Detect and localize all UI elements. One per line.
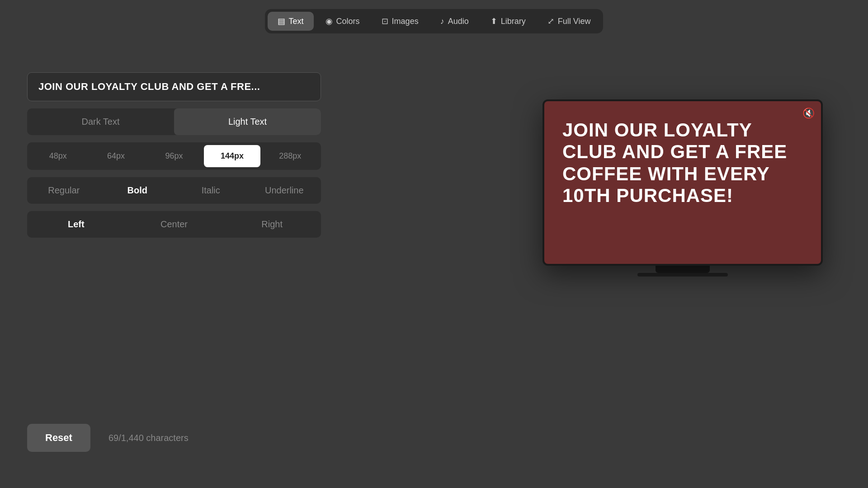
alignment-row: Left Center Right: [27, 211, 321, 238]
tab-text-label: Text: [289, 17, 304, 26]
library-icon: ⬆: [491, 16, 497, 26]
tv-preview: 🔇 JOIN OUR LOYALTY CLUB AND GET A FREE C…: [542, 99, 823, 277]
tab-library-label: Library: [501, 17, 526, 26]
tab-audio[interactable]: ♪ Audio: [430, 12, 479, 31]
align-center-btn[interactable]: Center: [125, 211, 223, 238]
style-underline-btn[interactable]: Underline: [248, 177, 321, 204]
reset-button[interactable]: Reset: [27, 424, 90, 452]
light-text-btn[interactable]: Light Text: [174, 108, 321, 135]
audio-icon: ♪: [440, 17, 444, 26]
size-288px-btn[interactable]: 288px: [262, 145, 318, 167]
tab-library[interactable]: ⬆ Library: [481, 12, 536, 31]
text-style-row: Regular Bold Italic Underline: [27, 177, 321, 204]
tv-base: [637, 273, 728, 277]
dark-text-btn[interactable]: Dark Text: [27, 108, 174, 135]
tv-stand: [656, 266, 710, 273]
style-italic-btn[interactable]: Italic: [174, 177, 248, 204]
tab-audio-label: Audio: [448, 17, 469, 26]
tab-fullview[interactable]: ⤢ Full View: [538, 12, 601, 31]
text-icon: ▤: [278, 16, 285, 26]
size-64px-btn[interactable]: 64px: [88, 145, 144, 167]
images-icon: ⊡: [382, 16, 388, 26]
bottom-controls: Reset 69/1,440 characters: [27, 424, 189, 452]
tv-screen: 🔇 JOIN OUR LOYALTY CLUB AND GET A FREE C…: [544, 101, 821, 264]
tab-fullview-label: Full View: [558, 17, 591, 26]
tab-images[interactable]: ⊡ Images: [372, 12, 429, 31]
size-96px-btn[interactable]: 96px: [146, 145, 202, 167]
top-navigation: ▤ Text ◉ Colors ⊡ Images ♪ Audio ⬆ Libra…: [0, 0, 868, 42]
tab-colors-label: Colors: [336, 17, 360, 26]
mute-icon[interactable]: 🔇: [802, 108, 815, 119]
tab-text[interactable]: ▤ Text: [268, 12, 314, 31]
align-left-btn[interactable]: Left: [27, 211, 125, 238]
style-regular-btn[interactable]: Regular: [27, 177, 101, 204]
char-count: 69/1,440 characters: [108, 433, 189, 443]
text-input-value: JOIN OUR LOYALTY CLUB AND GET A FRE...: [38, 81, 260, 92]
tab-colors[interactable]: ◉ Colors: [316, 12, 370, 31]
left-panel: JOIN OUR LOYALTY CLUB AND GET A FRE... D…: [27, 72, 321, 238]
size-48px-btn[interactable]: 48px: [30, 145, 86, 167]
text-input[interactable]: JOIN OUR LOYALTY CLUB AND GET A FRE...: [27, 72, 321, 101]
text-color-toggle: Dark Text Light Text: [27, 108, 321, 135]
size-144px-btn[interactable]: 144px: [204, 145, 260, 167]
nav-container: ▤ Text ◉ Colors ⊡ Images ♪ Audio ⬆ Libra…: [265, 9, 604, 33]
preview-text: JOIN OUR LOYALTY CLUB AND GET A FREE COF…: [562, 119, 803, 206]
tv-frame: 🔇 JOIN OUR LOYALTY CLUB AND GET A FREE C…: [542, 99, 823, 266]
style-bold-btn[interactable]: Bold: [101, 177, 175, 204]
fullview-icon: ⤢: [547, 16, 554, 26]
tab-images-label: Images: [392, 17, 419, 26]
font-size-row: 48px 64px 96px 144px 288px: [27, 142, 321, 170]
align-right-btn[interactable]: Right: [223, 211, 321, 238]
colors-icon: ◉: [326, 16, 333, 26]
